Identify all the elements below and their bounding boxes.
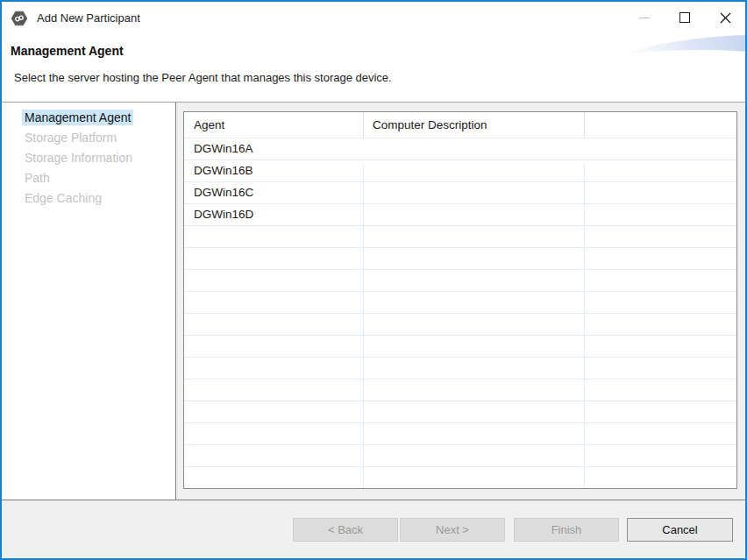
table-row-empty <box>184 248 736 270</box>
table-row-empty <box>184 270 736 292</box>
sidebar-item-edge-caching: Edge Caching <box>2 188 175 208</box>
wizard-header: Management Agent Select the server hosti… <box>2 35 745 103</box>
window-title: Add New Participant <box>37 2 140 35</box>
table-row-empty <box>184 423 736 445</box>
header-divider <box>584 112 585 138</box>
app-icon <box>11 11 27 26</box>
column-header-agent[interactable]: Agent <box>184 112 363 138</box>
maximize-icon <box>679 12 690 23</box>
sidebar-item-storage-platform: Storage Platform <box>2 127 175 147</box>
column-divider <box>363 165 364 489</box>
sidebar-item-path: Path <box>2 167 175 188</box>
table-row-dgwin16a[interactable]: DGWin16A <box>184 138 736 160</box>
agent-table-body: DGWin16ADGWin16BDGWin16CDGWin16D <box>184 138 736 489</box>
cancel-button[interactable]: Cancel <box>627 518 733 542</box>
table-row-empty <box>184 379 736 401</box>
table-row-dgwin16b[interactable]: DGWin16B <box>184 160 736 182</box>
sidebar-item-label: Path <box>22 170 53 186</box>
minimize-icon <box>639 18 650 18</box>
column-header-blank[interactable] <box>584 112 736 138</box>
sidebar-item-label: Management Agent <box>22 110 133 125</box>
window-controls <box>624 2 745 33</box>
maximize-button[interactable] <box>665 2 705 33</box>
column-header-computer-description[interactable]: Computer Description <box>363 112 584 138</box>
table-row-empty <box>184 314 736 336</box>
wizard-steps: Management AgentStorage PlatformStorage … <box>2 103 176 500</box>
sidebar-item-label: Storage Platform <box>22 130 119 145</box>
title-bar[interactable]: Add New Participant <box>2 2 745 35</box>
table-row-empty <box>184 401 736 423</box>
footer-bar: < BackNext >FinishCancel <box>2 500 745 558</box>
sidebar-item-label: Edge Caching <box>22 190 104 206</box>
table-row-empty <box>184 358 736 379</box>
table-row-empty <box>184 292 736 314</box>
table-row-dgwin16d[interactable]: DGWin16D <box>184 204 736 226</box>
back-button: < Back <box>293 518 398 542</box>
page-title: Management Agent <box>11 44 124 58</box>
table-row-empty <box>184 445 736 467</box>
table-row-empty <box>184 226 736 248</box>
agent-table[interactable]: AgentComputer Description DGWin16ADGWin1… <box>183 111 737 489</box>
table-row-empty <box>184 467 736 489</box>
sidebar-item-storage-information: Storage Information <box>2 147 175 167</box>
table-row-dgwin16c[interactable]: DGWin16C <box>184 182 736 204</box>
table-row-empty <box>184 336 736 358</box>
column-divider <box>584 165 585 489</box>
minimize-button[interactable] <box>624 2 665 33</box>
close-icon <box>720 12 731 24</box>
header-divider <box>363 112 364 138</box>
wizard-buttons: < BackNext >FinishCancel <box>293 518 733 542</box>
sidebar-item-label: Storage Information <box>22 150 135 166</box>
sidebar-item-management-agent[interactable]: Management Agent <box>2 107 175 127</box>
add-new-participant-dialog: Add New Participant Management Agent Sel… <box>0 0 747 560</box>
page-subtitle: Select the server hosting the Peer Agent… <box>14 71 392 84</box>
next-button: Next > <box>400 518 505 542</box>
finish-button: Finish <box>514 518 619 542</box>
agent-table-header: AgentComputer Description <box>184 112 736 138</box>
close-button[interactable] <box>705 2 745 33</box>
